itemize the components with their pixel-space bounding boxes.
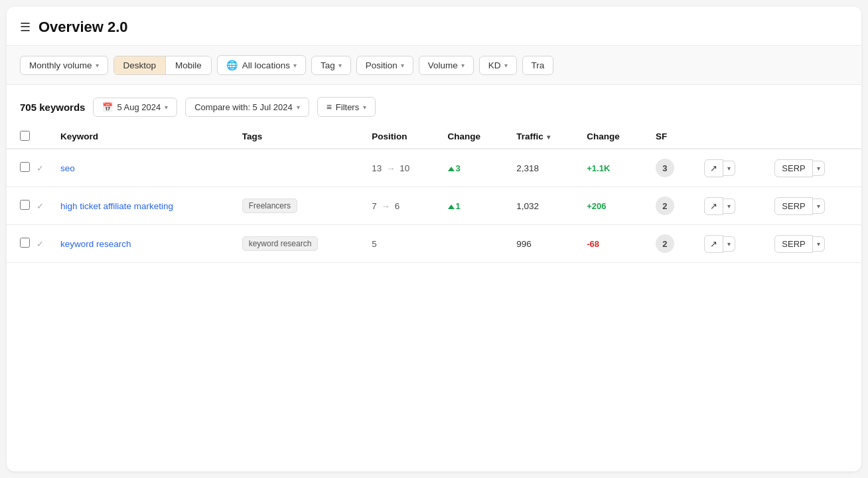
row-checkbox[interactable]: [20, 200, 30, 210]
position-cell: 5: [364, 225, 439, 263]
volume-filter[interactable]: Volume ▾: [419, 56, 474, 75]
serp-action-cell: SERP ▾: [762, 149, 861, 187]
trend-action-group: ↗ ▾: [704, 159, 755, 177]
calendar-icon: 📅: [102, 102, 113, 112]
serp-button[interactable]: SERP: [774, 197, 812, 215]
serp-chevron-button[interactable]: ▾: [813, 199, 825, 214]
keyword-cell: seo: [52, 149, 234, 187]
chevron-down-icon: ▾: [96, 62, 99, 69]
checkmark-icon: ✓: [36, 201, 44, 211]
change-cell: 3: [440, 149, 509, 187]
chevron-down-icon: ▾: [293, 62, 297, 69]
compare-date-picker[interactable]: Compare with: 5 Jul 2024 ▾: [185, 98, 309, 117]
device-group: Desktop Mobile: [113, 56, 212, 75]
position-filter[interactable]: Position ▾: [356, 56, 413, 75]
traffic-change-cell: +206: [579, 187, 648, 225]
traffic-cell: 1,032: [508, 187, 579, 225]
kd-filter[interactable]: KD ▾: [479, 56, 517, 75]
chevron-down-icon: ▾: [504, 62, 508, 69]
trend-chevron-button[interactable]: ▾: [723, 236, 735, 252]
chevron-down-icon: ▾: [461, 62, 465, 69]
filter-icon: ≡: [326, 102, 332, 112]
trend-button[interactable]: ↗: [704, 197, 723, 215]
checkmark-icon: ✓: [36, 163, 44, 173]
tag-badge: keyword research: [242, 236, 319, 251]
tag-cell: keyword research: [234, 225, 364, 263]
serp-action-group: SERP ▾: [770, 159, 853, 177]
tag-cell: [234, 149, 364, 187]
sf-badge: 2: [656, 234, 674, 253]
select-all-header: [7, 125, 34, 149]
table-wrapper: Keyword Tags Position Change Traffic ▾ C…: [7, 125, 861, 263]
arrow-right-icon: →: [382, 201, 391, 211]
table-row: ✓ seo 13 → 10 3 2,318: [7, 149, 861, 187]
tag-filter[interactable]: Tag ▾: [311, 56, 351, 75]
desktop-button[interactable]: Desktop: [114, 56, 167, 74]
trend-action-cell: ↗ ▾: [696, 149, 762, 187]
row-checkbox-cell: [7, 187, 34, 225]
keywords-count: 705 keywords: [20, 102, 85, 113]
trend-button[interactable]: ↗: [704, 159, 723, 177]
trend-icon: ↗: [710, 163, 717, 173]
sf-cell: 2: [648, 187, 696, 225]
table-row: ✓ high ticket affiliate marketing Freela…: [7, 187, 861, 225]
row-check-mark-cell: ✓: [34, 225, 52, 263]
sf-column-header: SF: [648, 125, 696, 149]
serp-chevron-button[interactable]: ▾: [813, 236, 825, 252]
serp-button[interactable]: SERP: [774, 235, 812, 253]
row-checkbox[interactable]: [20, 238, 30, 248]
traffic-change-cell: -68: [579, 225, 648, 263]
keyword-cell: high ticket affiliate marketing: [52, 187, 234, 225]
change-column-header: Change: [440, 125, 509, 149]
serp-button[interactable]: SERP: [774, 159, 812, 177]
chevron-down-icon: ▾: [297, 104, 300, 111]
monthly-volume-filter[interactable]: Monthly volume ▾: [20, 56, 108, 75]
keywords-table: Keyword Tags Position Change Traffic ▾ C…: [7, 125, 861, 263]
select-all-checkbox[interactable]: [20, 131, 30, 141]
tags-column-header: Tags: [234, 125, 364, 149]
checkmark-icon: ✓: [36, 239, 44, 249]
traffic-column-header[interactable]: Traffic ▾: [508, 125, 579, 149]
serp-chevron-button[interactable]: ▾: [813, 161, 825, 176]
traffic-change-column-header: Change: [579, 125, 648, 149]
keyword-link[interactable]: keyword research: [60, 239, 131, 249]
sub-header: 705 keywords 📅 5 Aug 2024 ▾ Compare with…: [7, 85, 861, 125]
trend-chevron-button[interactable]: ▾: [723, 161, 735, 176]
traffic-change-value: -68: [587, 239, 599, 249]
trend-action-cell: ↗ ▾: [696, 187, 762, 225]
row-checkbox[interactable]: [20, 162, 30, 172]
keyword-link[interactable]: high ticket affiliate marketing: [60, 201, 173, 211]
table-row: ✓ keyword research keyword research 5 99…: [7, 225, 861, 263]
sort-arrow-icon: ▾: [547, 133, 550, 141]
keyword-link[interactable]: seo: [60, 163, 75, 173]
globe-icon: 🌐: [226, 60, 238, 70]
trend-icon: ↗: [710, 239, 717, 249]
keyword-cell: keyword research: [52, 225, 234, 263]
sf-badge: 2: [656, 197, 674, 215]
sf-cell: 2: [648, 225, 696, 263]
mobile-button[interactable]: Mobile: [166, 56, 211, 74]
change-cell: [440, 225, 509, 263]
trend-action-group: ↗ ▾: [704, 235, 755, 253]
trend-action-group: ↗ ▾: [704, 197, 755, 215]
change-cell: 1: [440, 187, 509, 225]
hamburger-icon[interactable]: ☰: [20, 20, 31, 35]
page-title: Overview 2.0: [38, 19, 128, 36]
position-cell: 7 → 6: [364, 187, 439, 225]
triangle-up-icon: [448, 167, 455, 171]
tag-cell: Freelancers: [234, 187, 364, 225]
header: ☰ Overview 2.0: [7, 7, 861, 46]
serp-action-group: SERP ▾: [770, 235, 853, 253]
keyword-column-header: Keyword: [52, 125, 234, 149]
page-wrapper: ☰ Overview 2.0 Monthly volume ▾ Desktop …: [7, 7, 861, 471]
trend-button[interactable]: ↗: [704, 235, 723, 253]
date-picker[interactable]: 📅 5 Aug 2024 ▾: [93, 98, 177, 117]
tra-filter[interactable]: Tra: [522, 56, 554, 75]
filters-button[interactable]: ≡ Filters ▾: [317, 97, 376, 117]
trend-chevron-button[interactable]: ▾: [723, 199, 735, 214]
filter-bar: Monthly volume ▾ Desktop Mobile 🌐 All lo…: [7, 46, 861, 85]
sf-badge: 3: [656, 159, 674, 177]
all-locations-filter[interactable]: 🌐 All locations ▾: [217, 55, 306, 75]
change-value: 1: [448, 201, 461, 211]
row-checkbox-cell: [7, 225, 34, 263]
